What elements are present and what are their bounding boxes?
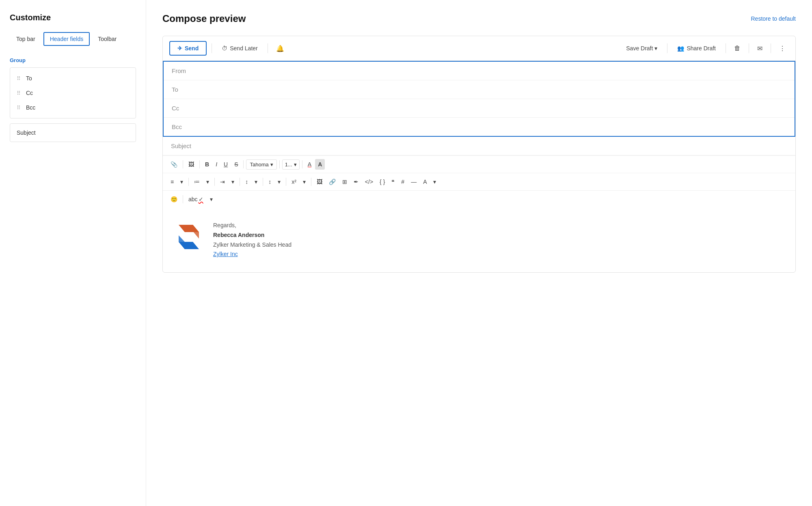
underline-button[interactable]: U xyxy=(221,159,231,170)
text-align-button[interactable]: ≡ xyxy=(168,177,177,187)
blockquote-button[interactable]: ❝ xyxy=(389,177,397,187)
more-format-chevron[interactable]: ▾ xyxy=(430,177,439,187)
bullet-list-button[interactable]: ≔ xyxy=(191,177,203,187)
send-later-button[interactable]: ⏱ Send Later xyxy=(217,43,263,54)
font-size-chevron: ▾ xyxy=(294,161,297,168)
italic-button[interactable]: I xyxy=(213,159,220,170)
more-options-icon: ⋮ xyxy=(779,45,786,52)
fmt-div-7 xyxy=(214,178,215,186)
left-panel: Customize Top bar Header fields Toolbar … xyxy=(0,0,146,506)
tab-toolbar[interactable]: Toolbar xyxy=(91,32,123,46)
superscript-button[interactable]: x² xyxy=(289,177,299,187)
font-color-btn2[interactable]: A xyxy=(420,177,430,187)
tab-top-bar[interactable]: Top bar xyxy=(10,32,42,46)
line-spacing-button[interactable]: ↕ xyxy=(266,177,274,187)
fmt-div-11 xyxy=(311,178,311,186)
subject-placeholder: Subject xyxy=(171,142,191,149)
superscript-chevron[interactable]: ▾ xyxy=(300,177,309,187)
cc-field-row[interactable]: Cc xyxy=(164,99,795,118)
save-draft-button[interactable]: Save Draft ▾ xyxy=(621,43,662,54)
header-fields-section: From To Cc Bcc xyxy=(163,61,795,137)
spellcheck-button[interactable]: abc✓ xyxy=(186,194,206,205)
fmt-div-4 xyxy=(279,160,280,168)
format-row-3: 🙂 abc✓ ▾ xyxy=(163,191,795,208)
fmt-div-3 xyxy=(243,160,244,168)
customize-title: Customize xyxy=(10,13,136,22)
font-family-select[interactable]: Tahoma ▾ xyxy=(246,159,276,170)
delete-button[interactable]: 🗑 xyxy=(731,42,744,54)
text-direction-button[interactable]: ↕ xyxy=(242,177,251,187)
share-icon: 👥 xyxy=(677,45,684,52)
group-label: Group xyxy=(10,57,136,63)
bold-button[interactable]: B xyxy=(202,159,212,170)
send-later-icon: ⏱ xyxy=(222,45,227,52)
toolbar-divider-3 xyxy=(667,43,667,53)
group-box: ⠿ To ⠿ Cc ⠿ Bcc xyxy=(10,67,136,118)
subject-row[interactable]: Subject xyxy=(163,137,795,155)
insert-link-button[interactable]: 🔗 xyxy=(326,177,339,187)
send-plane-icon: ✈ xyxy=(177,45,182,52)
more-options-button[interactable]: ⋮ xyxy=(776,42,789,55)
compose-window: ✈ Send ⏱ Send Later 🔔 Save Draft ▾ xyxy=(162,36,796,273)
text-direction-chevron[interactable]: ▾ xyxy=(252,177,260,187)
drag-icon-cc: ⠿ xyxy=(17,90,21,96)
drag-icon-to: ⠿ xyxy=(17,75,21,82)
spellcheck-chevron[interactable]: ▾ xyxy=(207,194,216,205)
attach-file-button[interactable]: 📎 xyxy=(168,159,180,170)
emoji-button[interactable]: 🙂 xyxy=(168,194,180,205)
reminder-icon-button[interactable]: 🔔 xyxy=(273,42,287,55)
format-toolbar: 📎 🖼 B I U S Tahoma ▾ 1... xyxy=(163,155,795,208)
from-field-row[interactable]: From xyxy=(164,62,795,80)
insert-table-button[interactable]: ⊞ xyxy=(339,177,350,187)
grid-button[interactable]: # xyxy=(398,177,407,187)
bcc-label: Bcc xyxy=(172,123,182,130)
bcc-field-row[interactable]: Bcc xyxy=(164,118,795,136)
subject-label: Subject xyxy=(17,129,36,136)
trash-icon: 🗑 xyxy=(734,45,741,52)
group-row-label-cc: Cc xyxy=(26,90,33,96)
signature-button[interactable]: ✒ xyxy=(351,177,361,187)
toolbar-divider-6 xyxy=(771,43,771,53)
fmt-div-5 xyxy=(302,160,302,168)
toolbar-divider-5 xyxy=(749,43,749,53)
bullet-list-chevron[interactable]: ▾ xyxy=(203,177,212,187)
fmt-div-9 xyxy=(263,178,263,186)
group-row-bcc[interactable]: ⠿ Bcc xyxy=(10,100,136,115)
strikethrough-button[interactable]: S xyxy=(231,159,241,170)
to-field-row[interactable]: To xyxy=(164,80,795,99)
restore-to-default-link[interactable]: Restore to default xyxy=(751,15,796,22)
signature-area: Regards, Rebecca Anderson Zylker Marketi… xyxy=(163,208,795,272)
hr-button[interactable]: — xyxy=(408,177,419,187)
font-highlight-button[interactable]: A xyxy=(315,159,325,170)
compose-top-toolbar: ✈ Send ⏱ Send Later 🔔 Save Draft ▾ xyxy=(163,36,795,61)
toolbar-divider-1 xyxy=(212,43,212,53)
text-align-chevron[interactable]: ▾ xyxy=(177,177,186,187)
send-button[interactable]: ✈ Send xyxy=(169,41,207,56)
signature-company-link[interactable]: Zylker Inc xyxy=(213,251,238,257)
share-draft-button[interactable]: 👥 Share Draft xyxy=(672,43,721,54)
format-row-2: ≡ ▾ ≔ ▾ ⇥ ▾ ↕ ▾ ↕ ▾ x² ▾ xyxy=(163,173,795,191)
group-row-to[interactable]: ⠿ To xyxy=(10,71,136,86)
indent-chevron[interactable]: ▾ xyxy=(229,177,237,187)
line-spacing-chevron[interactable]: ▾ xyxy=(275,177,283,187)
save-draft-chevron-icon: ▾ xyxy=(654,45,657,52)
code-inline-button[interactable]: </> xyxy=(362,177,376,187)
toolbar-divider-4 xyxy=(726,43,726,53)
font-color-button[interactable]: A xyxy=(305,159,314,170)
group-row-label-to: To xyxy=(26,75,32,82)
insert-image-btn2[interactable]: 🖼 xyxy=(314,177,325,187)
from-label: From xyxy=(172,67,186,74)
envelope-icon-button[interactable]: ✉ xyxy=(754,42,766,55)
fmt-div-2 xyxy=(199,160,200,168)
indent-button[interactable]: ⇥ xyxy=(217,177,228,187)
tab-header-fields[interactable]: Header fields xyxy=(43,32,90,46)
font-size-select[interactable]: 1... ▾ xyxy=(282,159,300,170)
code-block-button[interactable]: { } xyxy=(377,177,388,187)
tab-bar: Top bar Header fields Toolbar xyxy=(10,32,136,46)
fmt-div-8 xyxy=(240,178,240,186)
group-row-cc[interactable]: ⠿ Cc xyxy=(10,86,136,100)
signature-name: Rebecca Anderson xyxy=(213,230,292,240)
subject-box[interactable]: Subject xyxy=(10,123,136,142)
toolbar-divider-2 xyxy=(268,43,268,53)
insert-image-button[interactable]: 🖼 xyxy=(186,159,197,170)
